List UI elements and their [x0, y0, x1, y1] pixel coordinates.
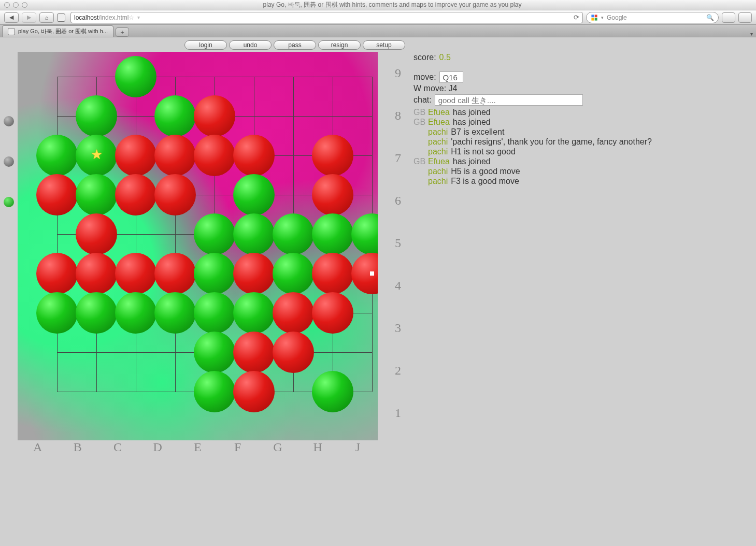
stone-E4[interactable]: [194, 253, 235, 294]
stone-A4[interactable]: [36, 253, 78, 294]
move-input[interactable]: [439, 71, 463, 83]
stone-H7[interactable]: [312, 135, 353, 176]
row-label: 8: [395, 94, 401, 137]
chat-input[interactable]: [435, 94, 583, 106]
stone-B8[interactable]: [76, 95, 117, 137]
forward-button[interactable]: ▶: [22, 12, 36, 23]
chat-message: has joined: [453, 118, 491, 127]
tab-title: play Go, 바둑, 囲碁 or 围棋 with h...: [18, 27, 108, 35]
stone-E5[interactable]: [194, 213, 235, 255]
pass-button[interactable]: pass: [274, 40, 316, 50]
stone-F5[interactable]: [233, 213, 275, 255]
chat-log: GBEfueahas joinedGBEfueahas joinedpachiB…: [413, 108, 652, 186]
chat-prefix: [413, 147, 425, 156]
stone-A7[interactable]: [36, 135, 78, 176]
tab-active[interactable]: play Go, 바둑, 囲碁 or 围棋 with h...: [2, 25, 113, 37]
stone-D7[interactable]: [154, 135, 196, 176]
stone-E7[interactable]: [194, 135, 235, 176]
stone-G5[interactable]: [273, 213, 314, 255]
stone-H1[interactable]: [312, 371, 353, 412]
stone-D4[interactable]: [154, 253, 196, 294]
tab-overflow-icon[interactable]: ▾: [750, 31, 753, 37]
stone-G4[interactable]: [273, 253, 314, 294]
chat-user: pachi: [428, 127, 448, 137]
url-host: localhost: [74, 14, 98, 21]
indicator-dot-3[interactable]: [4, 197, 14, 207]
stone-G3[interactable]: [273, 292, 314, 334]
chat-user: pachi: [428, 177, 448, 186]
stone-F4[interactable]: [233, 253, 275, 294]
stone-C7[interactable]: [115, 135, 156, 176]
minimize-dot[interactable]: [13, 2, 19, 8]
stone-D3[interactable]: [154, 292, 196, 334]
favicon-cat-icon: [57, 13, 65, 22]
stone-H3[interactable]: [312, 292, 353, 334]
chat-message: B7 is excellent: [451, 127, 504, 137]
stone-F2[interactable]: [233, 332, 275, 373]
chat-prefix: [413, 177, 425, 186]
svg-rect-0: [591, 15, 594, 17]
undo-button[interactable]: undo: [229, 40, 272, 50]
search-bar[interactable]: ▾ Google 🔍: [586, 12, 719, 23]
stone-F1[interactable]: [233, 371, 275, 412]
stone-A3[interactable]: [36, 292, 78, 334]
stone-G2[interactable]: [273, 332, 314, 373]
chat-prefix: [413, 167, 425, 176]
stone-B5[interactable]: [76, 213, 117, 255]
row-label: 6: [395, 179, 401, 222]
toolbar-extra-button-2[interactable]: [738, 12, 752, 23]
indicator-dot-1[interactable]: [4, 116, 14, 126]
stone-A6[interactable]: [36, 174, 78, 215]
toolbar-extra-button-1[interactable]: [722, 12, 735, 23]
stone-B4[interactable]: [76, 253, 117, 294]
address-bar[interactable]: localhost /index.html ☆ ▾ ⟳: [70, 12, 583, 23]
stone-C6[interactable]: [115, 174, 156, 215]
go-board[interactable]: ★: [18, 52, 378, 440]
chat-user: pachi: [428, 137, 448, 147]
zoom-dot[interactable]: [22, 2, 27, 8]
history-caret-icon[interactable]: ▾: [137, 15, 140, 20]
close-dot[interactable]: [4, 2, 10, 8]
search-magnifier-icon[interactable]: 🔍: [706, 14, 714, 21]
stone-F7[interactable]: [233, 135, 275, 176]
reload-icon[interactable]: ⟳: [574, 13, 579, 21]
tab-favicon-icon: [8, 28, 15, 35]
col-label: D: [138, 440, 178, 454]
stone-F3[interactable]: [233, 292, 275, 334]
stone-E8[interactable]: [194, 95, 235, 137]
stone-B3[interactable]: [76, 292, 117, 334]
action-bar: login undo pass resign setup: [18, 39, 756, 52]
stone-D8[interactable]: [154, 95, 196, 137]
search-dropdown-icon[interactable]: ▾: [601, 15, 604, 20]
stone-C9[interactable]: [115, 56, 156, 97]
bookmark-star-icon[interactable]: ☆: [129, 14, 134, 21]
chat-line: GBEfueahas joined: [413, 157, 652, 166]
stone-E2[interactable]: [194, 332, 235, 373]
setup-button[interactable]: setup: [363, 40, 405, 50]
row-label: 9: [395, 52, 401, 94]
browser-toolbar: ◀ ▶ ⌂ localhost /index.html ☆ ▾ ⟳ ▾ Goog…: [0, 10, 756, 25]
stone-E3[interactable]: [194, 292, 235, 334]
resign-button[interactable]: resign: [318, 40, 361, 50]
stone-D6[interactable]: [154, 174, 196, 215]
stone-C4[interactable]: [115, 253, 156, 294]
indicator-dot-2[interactable]: [4, 156, 14, 167]
chat-line: pachi'pachi resigns', thank you for the …: [413, 137, 652, 147]
login-button[interactable]: login: [184, 40, 227, 50]
stone-E1[interactable]: [194, 371, 235, 412]
stone-F6[interactable]: [233, 174, 275, 215]
chat-line: pachiH5 is a good move: [413, 167, 652, 176]
stone-H6[interactable]: [312, 174, 353, 215]
back-button[interactable]: ◀: [4, 12, 19, 23]
col-labels: ABCDEFGHJ: [18, 440, 378, 454]
wmove-text: W move: J4: [413, 84, 457, 93]
stone-H4[interactable]: [312, 253, 353, 294]
stone-C3[interactable]: [115, 292, 156, 334]
stone-H5[interactable]: [312, 213, 353, 255]
chat-user: Efuea: [428, 108, 450, 117]
home-button[interactable]: ⌂: [39, 12, 54, 23]
stone-B6[interactable]: [76, 174, 117, 215]
svg-rect-2: [591, 18, 594, 20]
col-label: F: [218, 440, 258, 454]
new-tab-button[interactable]: ＋: [116, 27, 129, 37]
